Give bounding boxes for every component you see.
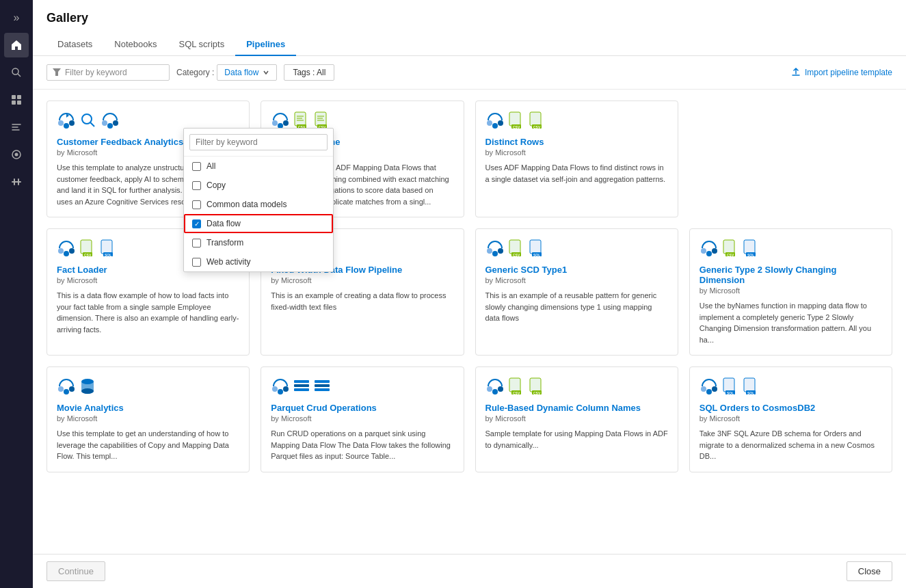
svg-text:SQL: SQL — [747, 391, 754, 395]
dropdown-item-common-data-label: Common data models — [206, 200, 287, 209]
dropdown-search-container — [184, 129, 333, 157]
sidebar-data-icon[interactable] — [4, 88, 29, 112]
svg-point-0 — [12, 68, 18, 75]
dropdown-item-data-flow[interactable]: ✓ Data flow — [184, 214, 333, 233]
svg-point-35 — [487, 120, 492, 126]
svg-point-19 — [113, 120, 118, 126]
checkbox-common-data — [192, 200, 201, 209]
page-title: Gallery — [46, 11, 892, 25]
svg-point-18 — [107, 123, 113, 129]
svg-line-1 — [18, 74, 21, 77]
tags-button[interactable]: Tags : All — [284, 64, 334, 81]
card-icon-sql-fact: SQL — [99, 239, 117, 257]
dropdown-item-copy[interactable]: Copy — [184, 176, 333, 195]
card-icons-parquet — [271, 377, 453, 396]
svg-point-63 — [492, 251, 498, 256]
card-title-movie: Movie Analytics — [57, 403, 239, 413]
card-icons-type2: CSV SQL — [700, 239, 882, 258]
checkbox-transform — [192, 239, 201, 248]
pipeline-grid: Customer Feedback Analytics by Microsoft… — [46, 101, 892, 472]
svg-rect-23 — [295, 112, 306, 126]
svg-text:SQL: SQL — [727, 391, 734, 395]
svg-rect-106 — [723, 378, 734, 392]
card-desc-distinct: Uses ADF Mapping Data Flows to find dist… — [485, 162, 668, 185]
svg-point-85 — [272, 386, 278, 392]
card-movie-analytics[interactable]: Movie Analytics by Microsoft Use this te… — [46, 366, 250, 472]
svg-point-72 — [706, 251, 712, 256]
sidebar-monitor-icon[interactable] — [4, 142, 29, 167]
card-icon-dataflow-7 — [700, 239, 719, 258]
import-label: Import pipeline template — [805, 68, 892, 77]
tab-sql-scripts[interactable]: SQL scripts — [168, 34, 235, 56]
tab-datasets[interactable]: Datasets — [46, 34, 103, 56]
card-icons-dedupe: CSV CSV — [271, 111, 453, 130]
import-pipeline-button[interactable]: Import pipeline template — [791, 68, 892, 77]
close-button[interactable]: Close — [847, 561, 892, 581]
dropdown-item-data-flow-label: Data flow — [206, 219, 241, 228]
tab-notebooks[interactable]: Notebooks — [103, 34, 168, 56]
card-generic-type2[interactable]: CSV SQL Generic Type 2 Slowly Changing D… — [689, 228, 892, 356]
dropdown-item-transform[interactable]: Transform — [184, 233, 333, 252]
svg-rect-93 — [315, 388, 330, 391]
card-icon-sql-type2: SQL — [742, 239, 760, 257]
card-desc-parquet: Run CRUD operations on a parquet sink us… — [271, 428, 453, 462]
card-icons-movie — [57, 377, 239, 396]
svg-text:SQL: SQL — [105, 253, 111, 257]
filter-input-container[interactable]: Filter by keyword — [46, 64, 170, 81]
card-icon-search-1 — [79, 111, 98, 130]
card-desc-fixed: This is an example of creating a data fl… — [271, 290, 453, 312]
card-icon-dataflow-4 — [57, 239, 76, 258]
category-dropdown[interactable]: Data flow — [217, 64, 277, 81]
svg-text:CSV: CSV — [533, 391, 541, 395]
category-label: Category : — [176, 68, 214, 77]
card-icon-dataflow-10 — [485, 377, 505, 396]
svg-line-16 — [90, 122, 94, 126]
card-generic-scd1[interactable]: CSV SQL Generic SCD Type1 by Microsoft T… — [475, 228, 678, 356]
sidebar-search-icon[interactable] — [4, 60, 29, 85]
card-title-rule: Rule-Based Dynamic Column Names — [485, 403, 668, 413]
gallery-tabs: Datasets Notebooks SQL scripts Pipelines — [46, 34, 892, 55]
card-desc-type2: Use the byNames function in mapping data… — [700, 300, 882, 345]
svg-point-82 — [69, 386, 75, 392]
svg-point-105 — [712, 386, 717, 392]
svg-point-94 — [487, 386, 492, 392]
tab-pipelines[interactable]: Pipelines — [235, 34, 296, 56]
card-rule-based[interactable]: CSV CSV Rule-Based Dynamic Column Names … — [475, 366, 678, 472]
svg-point-95 — [492, 389, 498, 395]
continue-button[interactable]: Continue — [46, 561, 105, 581]
card-desc-movie: Use this template to get an understandin… — [57, 428, 239, 462]
main-content: Gallery Datasets Notebooks SQL scripts P… — [33, 0, 906, 588]
svg-point-22 — [283, 120, 289, 126]
card-icon-csv-2: CSV — [313, 111, 331, 129]
card-distinct-rows[interactable]: CSV CSV Distinct Rows by Microsoft Uses … — [475, 101, 678, 217]
card-icon-csv-rule-2: CSV — [528, 377, 546, 395]
dropdown-item-web-activity[interactable]: Web activity — [184, 252, 333, 271]
card-sql-orders[interactable]: SQL SQL SQL Orders to CosmosDB2 by Micro… — [689, 366, 892, 472]
category-value: Data flow — [224, 68, 258, 77]
sidebar: » — [0, 0, 33, 588]
svg-point-36 — [492, 123, 498, 129]
card-title-type2: Generic Type 2 Slowly Changing Dimension — [700, 265, 882, 285]
dropdown-search-input[interactable] — [189, 134, 328, 150]
svg-text:CSV: CSV — [533, 125, 541, 129]
svg-point-81 — [64, 389, 69, 395]
card-parquet-crud[interactable]: Parquet Crud Operations by Microsoft Run… — [261, 366, 464, 472]
card-author-fixed: by Microsoft — [271, 276, 453, 284]
sidebar-home-icon[interactable] — [4, 33, 29, 57]
svg-rect-3 — [17, 95, 21, 99]
svg-rect-9 — [14, 178, 15, 185]
dropdown-item-common-data[interactable]: Common data models — [184, 195, 333, 214]
card-icon-storage-1 — [101, 111, 120, 130]
category-dropdown-menu: All Copy Common data models ✓ Data flow — [183, 128, 334, 272]
sidebar-expand-icon[interactable]: » — [4, 5, 29, 30]
card-icon-csv-distinct-2: CSV — [528, 111, 546, 129]
sidebar-manage-icon[interactable] — [4, 170, 29, 194]
svg-point-12 — [58, 120, 64, 126]
svg-point-73 — [712, 248, 717, 254]
sidebar-pipelines-icon[interactable] — [4, 115, 29, 139]
filter-icon — [53, 68, 61, 77]
svg-point-7 — [15, 153, 18, 157]
svg-point-104 — [706, 389, 712, 395]
dropdown-item-all[interactable]: All — [184, 157, 333, 176]
upload-icon — [791, 68, 801, 77]
